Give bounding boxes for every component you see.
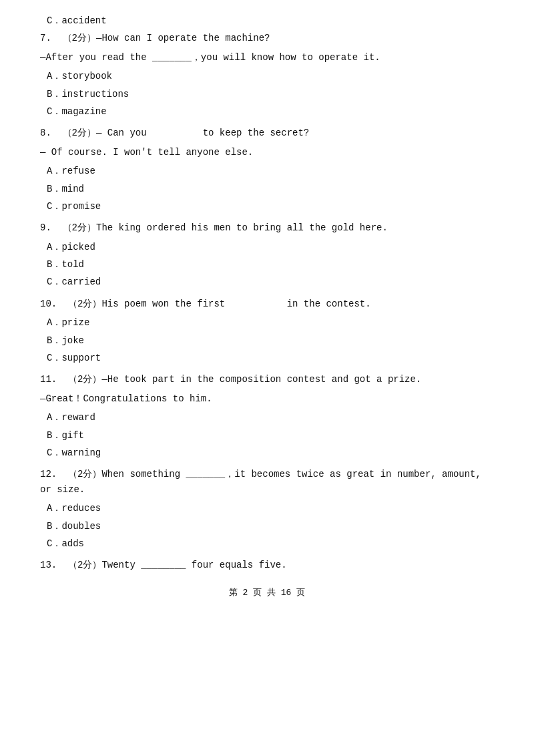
- question-dialogue2-11: —Great！Congratulations to him.: [40, 391, 494, 406]
- option-11-2: C．warning: [40, 445, 494, 460]
- question-13: 13. （2分）Twenty ________ four equals five…: [40, 558, 494, 572]
- option-9-2: C．carried: [40, 274, 494, 289]
- question-line-8: 8. （2分）— Can you to keep the secret?: [40, 126, 494, 140]
- question-line-11: 11. （2分）—He took part in the composition…: [40, 372, 494, 387]
- question-line-12: 12. （2分）When something _______，it become…: [40, 467, 494, 497]
- leading-option: C．accident: [40, 13, 494, 28]
- question-8: 8. （2分）— Can you to keep the secret?— Of…: [40, 126, 494, 214]
- option-10-0: A．prize: [40, 315, 494, 330]
- question-dialogue-7: —After you read the _______，you will kno…: [40, 50, 494, 65]
- option-7-1: B．instructions: [40, 87, 494, 102]
- question-dialogue-8: — Of course. I won't tell anyone else.: [40, 145, 494, 160]
- question-10: 10. （2分）His poem won the first in the co…: [40, 297, 494, 366]
- option-12-1: B．doubles: [40, 519, 494, 534]
- question-line-7: 7. （2分）—How can I operate the machine?: [40, 31, 494, 45]
- option-10-2: C．support: [40, 351, 494, 365]
- option-8-2: C．promise: [40, 199, 494, 214]
- question-line-13: 13. （2分）Twenty ________ four equals five…: [40, 558, 494, 572]
- option-9-0: A．picked: [40, 240, 494, 254]
- option-7-0: A．storybook: [40, 69, 494, 83]
- question-12: 12. （2分）When something _______，it become…: [40, 467, 494, 551]
- option-8-0: A．refuse: [40, 164, 494, 178]
- question-11: 11. （2分）—He took part in the composition…: [40, 372, 494, 460]
- option-12-2: C．adds: [40, 536, 494, 551]
- question-line-10: 10. （2分）His poem won the first in the co…: [40, 297, 494, 311]
- questions-container: 7. （2分）—How can I operate the machine?—A…: [40, 31, 494, 572]
- option-8-1: B．mind: [40, 182, 494, 196]
- page-footer: 第 2 页 共 16 页: [40, 586, 494, 598]
- option-7-2: C．magazine: [40, 104, 494, 119]
- question-7: 7. （2分）—How can I operate the machine?—A…: [40, 31, 494, 119]
- main-content: C．accident 7. （2分）—How can I operate the…: [40, 13, 494, 598]
- question-9: 9. （2分）The king ordered his men to bring…: [40, 220, 494, 290]
- option-12-0: A．reduces: [40, 501, 494, 516]
- option-11-0: A．reward: [40, 410, 494, 425]
- option-9-1: B．told: [40, 257, 494, 272]
- option-10-1: B．joke: [40, 333, 494, 348]
- question-line-9: 9. （2分）The king ordered his men to bring…: [40, 220, 494, 235]
- option-11-1: B．gift: [40, 428, 494, 443]
